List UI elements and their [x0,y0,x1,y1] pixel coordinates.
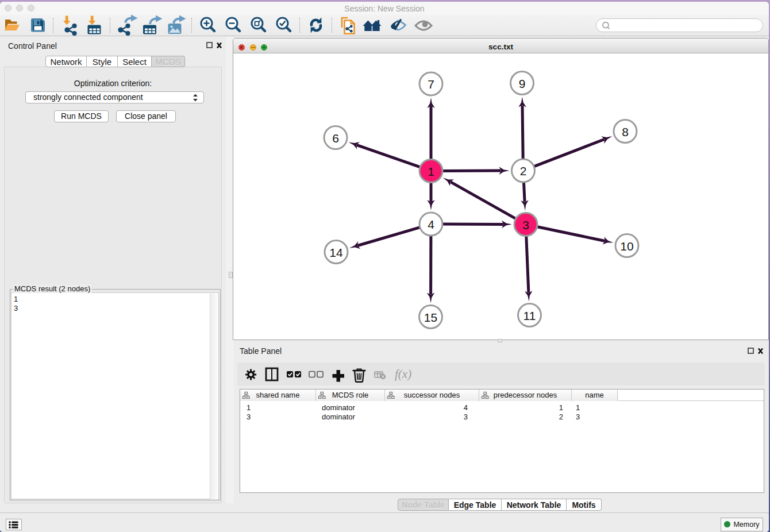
svg-text:f(x): f(x) [395,367,411,381]
